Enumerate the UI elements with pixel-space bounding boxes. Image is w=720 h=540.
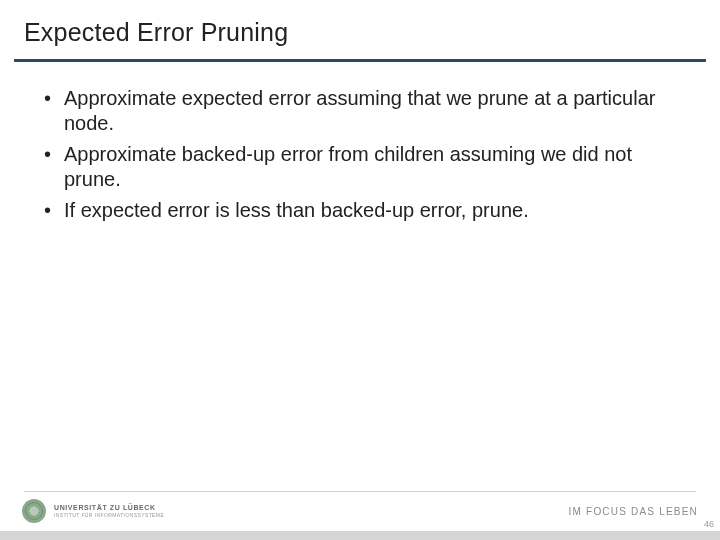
university-text: UNIVERSITÄT ZU LÜBECK INSTITUT FÜR INFOR… — [54, 504, 164, 518]
bullet-item: Approximate backed-up error from childre… — [38, 142, 682, 192]
university-name: UNIVERSITÄT ZU LÜBECK — [54, 504, 164, 511]
bullet-list: Approximate expected error assuming that… — [38, 86, 682, 223]
title-block: Expected Error Pruning — [0, 0, 720, 53]
page-number: 46 — [704, 519, 714, 529]
university-seal-icon — [22, 499, 46, 523]
bottom-bar — [0, 531, 720, 540]
footer: UNIVERSITÄT ZU LÜBECK INSTITUT FÜR INFOR… — [22, 496, 698, 526]
slide-body: Approximate expected error assuming that… — [0, 62, 720, 223]
bullet-item: If expected error is less than backed-up… — [38, 198, 682, 223]
bullet-item: Approximate expected error assuming that… — [38, 86, 682, 136]
slide: Expected Error Pruning Approximate expec… — [0, 0, 720, 540]
footer-tagline: IM FOCUS DAS LEBEN — [569, 506, 698, 517]
university-block: UNIVERSITÄT ZU LÜBECK INSTITUT FÜR INFOR… — [22, 499, 164, 523]
university-subline: INSTITUT FÜR INFORMATIONSSYSTEME — [54, 513, 164, 518]
slide-title: Expected Error Pruning — [24, 18, 696, 47]
footer-rule — [24, 491, 696, 492]
